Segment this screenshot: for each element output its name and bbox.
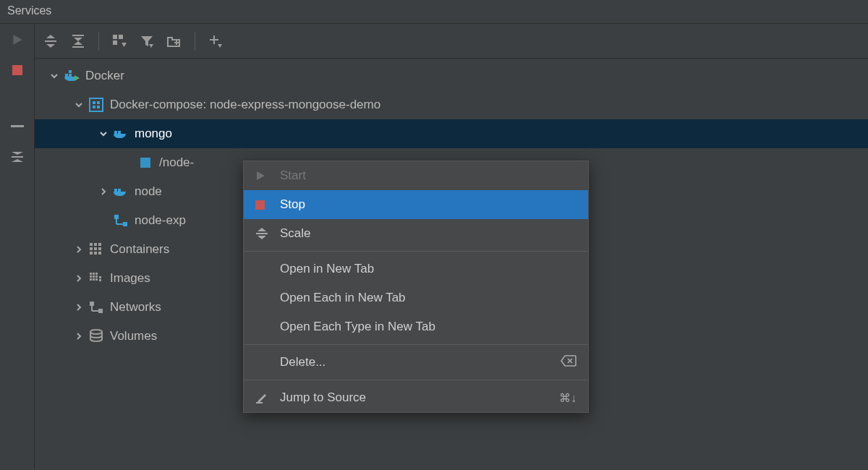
svg-rect-69 (256, 233, 268, 234)
panel-title: Services (0, 0, 868, 24)
blank-icon (255, 262, 273, 276)
menu-item-label: Jump to Source (280, 390, 366, 405)
run-button[interactable] (9, 31, 26, 48)
tree-node-label: Docker (85, 69, 124, 83)
menu-item-label: Scale (280, 226, 311, 241)
add-icon (208, 34, 223, 48)
expand-all-button[interactable] (41, 31, 61, 51)
settings-button[interactable] (9, 148, 26, 166)
tree-node-compose[interactable]: Docker-compose: node-express-mongoose-de… (35, 90, 868, 119)
svg-rect-57 (90, 278, 92, 281)
svg-marker-75 (258, 394, 266, 403)
blank-icon (255, 355, 273, 369)
stop-button[interactable] (9, 61, 26, 79)
tree-node-docker[interactable]: Docker (35, 61, 868, 90)
menu-item-label: Open in New Tab (280, 262, 374, 276)
expand-arrow-down-icon[interactable] (97, 127, 110, 140)
svg-marker-7 (46, 35, 55, 38)
svg-rect-15 (113, 40, 117, 45)
svg-marker-8 (46, 44, 55, 48)
play-icon (11, 33, 24, 46)
context-menu[interactable]: Start Stop Scale Open in New Tab Open Ea… (243, 161, 589, 413)
svg-rect-2 (11, 125, 24, 127)
menu-stop[interactable]: Stop (244, 190, 588, 219)
expand-arrow-right-icon[interactable] (97, 185, 110, 198)
play-icon (255, 168, 273, 183)
svg-rect-49 (94, 252, 97, 255)
delete-key-icon (561, 355, 576, 369)
group-by-button[interactable] (109, 31, 129, 51)
new-tab-icon (166, 35, 182, 48)
network-icon (88, 299, 104, 315)
menu-item-label: Start (280, 168, 306, 183)
svg-rect-42 (90, 243, 93, 246)
menu-delete[interactable]: Delete... (244, 348, 588, 377)
collapse-all-button[interactable] (68, 31, 88, 51)
tree-node-label: Docker-compose: node-express-mongoose-de… (110, 98, 380, 112)
blank-icon (255, 320, 273, 334)
tree-node-label: node (135, 184, 162, 199)
volumes-icon (88, 328, 104, 344)
svg-marker-71 (258, 236, 266, 239)
svg-rect-30 (97, 101, 100, 104)
menu-separator (244, 380, 588, 380)
expand-arrow-right-icon[interactable] (72, 272, 85, 285)
svg-rect-36 (114, 189, 117, 192)
tree-node-label: Images (110, 271, 150, 286)
svg-rect-4 (12, 156, 23, 158)
menu-item-label: Open Each Type in New Tab (280, 320, 435, 334)
menu-open-each-type-new-tab[interactable]: Open Each Type in New Tab (244, 312, 588, 341)
blank-icon (255, 291, 273, 305)
expand-arrow-right-icon[interactable] (72, 330, 85, 343)
svg-marker-12 (74, 41, 82, 45)
filter-button[interactable] (137, 31, 157, 51)
svg-rect-6 (45, 40, 56, 42)
expand-arrow-down-icon[interactable] (48, 69, 61, 82)
svg-rect-61 (99, 279, 101, 281)
vertical-toolbar (0, 24, 35, 469)
svg-marker-27 (75, 75, 80, 81)
svg-rect-35 (140, 158, 150, 168)
menu-separator (244, 251, 588, 252)
expand-arrow-right-icon[interactable] (72, 243, 85, 256)
svg-rect-13 (113, 35, 117, 39)
svg-rect-29 (93, 101, 95, 104)
docker-service-icon (113, 126, 129, 142)
svg-rect-56 (95, 275, 98, 278)
new-tab-button[interactable] (164, 31, 184, 51)
svg-point-66 (90, 330, 102, 334)
svg-marker-5 (12, 159, 23, 162)
svg-rect-14 (119, 35, 123, 39)
svg-marker-10 (74, 38, 82, 41)
expand-arrow-right-icon[interactable] (72, 301, 85, 314)
tree-node-mongo[interactable]: mongo (35, 119, 868, 148)
add-service-button[interactable] (205, 31, 226, 51)
container-running-icon (137, 155, 153, 171)
menu-jump-to-source[interactable]: Jump to Source ⌘↓ (244, 383, 588, 412)
tree-node-label: Networks (110, 300, 161, 315)
stop-icon (255, 197, 273, 212)
svg-rect-46 (94, 247, 97, 250)
svg-rect-59 (95, 278, 98, 281)
svg-marker-18 (149, 44, 153, 48)
menu-start[interactable]: Start (244, 161, 588, 190)
collapse-all-icon (71, 34, 85, 48)
menu-open-each-new-tab[interactable]: Open Each in New Tab (244, 283, 588, 312)
menu-open-new-tab[interactable]: Open in New Tab (244, 255, 588, 283)
stop-icon (12, 65, 22, 75)
tree-node-label: Volumes (110, 329, 157, 343)
minimize-button[interactable] (9, 118, 26, 135)
menu-separator (244, 344, 588, 345)
expand-window-icon (10, 150, 25, 163)
expand-arrow-down-icon[interactable] (72, 98, 85, 111)
svg-rect-50 (98, 252, 101, 255)
menu-scale[interactable]: Scale (244, 219, 588, 248)
toolbar-separator (98, 32, 99, 51)
svg-rect-43 (94, 243, 97, 246)
svg-rect-28 (90, 98, 103, 111)
svg-rect-33 (114, 131, 117, 134)
svg-marker-0 (13, 35, 22, 45)
svg-marker-23 (218, 44, 222, 48)
svg-rect-55 (93, 275, 95, 278)
menu-shortcut: ⌘↓ (559, 391, 576, 405)
